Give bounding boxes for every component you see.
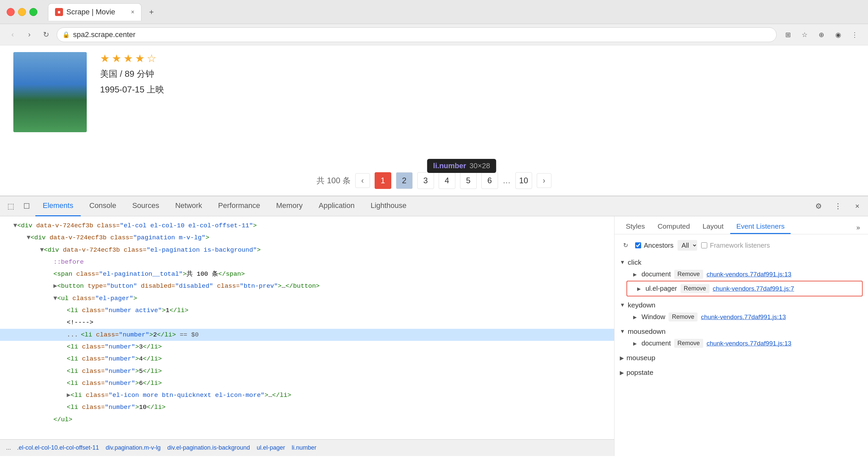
mouseup-event-row[interactable]: ▶ mouseup bbox=[620, 352, 863, 364]
mousedown-expand[interactable]: ▶ bbox=[633, 341, 637, 346]
tab-elements[interactable]: Elements bbox=[35, 196, 81, 216]
tab-sources[interactable]: Sources bbox=[125, 196, 166, 216]
page-10-button[interactable]: 10 bbox=[516, 172, 532, 189]
address-bar: ‹ › ↻ 🔒 spa2.scrape.center ⊞ ☆ ⊕ ◉ ⋮ bbox=[0, 24, 868, 46]
browser-actions: ⊞ ☆ ⊕ ◉ ⋮ bbox=[781, 28, 861, 41]
tab-memory[interactable]: Memory bbox=[269, 196, 310, 216]
breadcrumb-item-2[interactable]: div.pagination.m-v-lg bbox=[102, 443, 164, 453]
mousedown-file[interactable]: chunk-vendors.77daf991.js:13 bbox=[707, 340, 792, 347]
breadcrumb-item-1[interactable]: .el-col.el-col-10.el-col-offset-11 bbox=[14, 443, 102, 453]
remove-mousedown-button[interactable]: Remove bbox=[674, 339, 703, 348]
page-2-button[interactable]: 2 bbox=[396, 172, 413, 189]
page-5-button[interactable]: 5 bbox=[460, 172, 477, 189]
reload-button[interactable]: ↻ bbox=[40, 29, 52, 41]
keydown-file[interactable]: chunk-vendors.77daf991.js:13 bbox=[701, 314, 786, 321]
mouseup-section: ▶ mouseup bbox=[620, 352, 863, 364]
listener-expand[interactable]: ▶ bbox=[633, 272, 637, 277]
keydown-arrow: ▼ bbox=[620, 302, 625, 308]
menu-button[interactable]: ⋮ bbox=[848, 28, 861, 41]
breadcrumb-item-5[interactable]: li.number bbox=[288, 443, 319, 453]
click-event-row[interactable]: ▼ click bbox=[620, 256, 863, 268]
pagination-area: li.number 30×28 共 100 条 ‹ 1 2 3 4 5 6 … … bbox=[0, 166, 868, 196]
tab-layout[interactable]: Layout bbox=[696, 220, 730, 234]
keydown-event-row[interactable]: ▼ keydown bbox=[620, 299, 863, 311]
keydown-expand[interactable]: ▶ bbox=[633, 315, 637, 320]
keydown-window-listener: ▶ Window Remove chunk-vendors.77daf991.j… bbox=[620, 311, 863, 323]
html-line: <!----> bbox=[0, 317, 614, 328]
ancestors-checkbox-label[interactable]: Ancestors bbox=[635, 242, 674, 249]
click-ul-listener: ▶ ul.el-pager Remove chunk-vendors.77daf… bbox=[620, 281, 863, 296]
mousedown-event-name: mousedown bbox=[628, 327, 665, 335]
tab-close-button[interactable]: × bbox=[131, 9, 134, 16]
profile-button[interactable]: ◉ bbox=[831, 28, 845, 41]
translate-button[interactable]: ⊞ bbox=[781, 28, 795, 41]
mousedown-document-listener: ▶ document Remove chunk-vendors.77daf991… bbox=[620, 337, 863, 349]
star-4: ★ bbox=[135, 52, 145, 65]
html-line: ▼<div data-v-724ecf3b class="el-col el-c… bbox=[0, 220, 614, 232]
tab-more-button[interactable]: » bbox=[854, 221, 863, 234]
star-1: ★ bbox=[100, 52, 110, 65]
listener-target-window: Window bbox=[642, 313, 665, 321]
listener-file[interactable]: chunk-vendors.77daf991.js:13 bbox=[707, 271, 792, 278]
remove-listener-button[interactable]: Remove bbox=[674, 270, 703, 279]
remove-keydown-button[interactable]: Remove bbox=[669, 313, 698, 322]
breadcrumb-item-4[interactable]: ul.el-pager bbox=[253, 443, 288, 453]
page-6-button[interactable]: 6 bbox=[482, 172, 498, 189]
listener-file-2[interactable]: chunk-vendors.77daf991.js:7 bbox=[713, 285, 794, 292]
page-1-button[interactable]: 1 bbox=[375, 172, 391, 189]
popstate-event-row[interactable]: ▶ popstate bbox=[620, 366, 863, 379]
framework-checkbox-label[interactable]: Framework listeners bbox=[701, 242, 770, 249]
prev-page-button[interactable]: ‹ bbox=[355, 173, 370, 188]
framework-checkbox[interactable] bbox=[701, 242, 707, 248]
mousedown-arrow: ▼ bbox=[620, 328, 625, 334]
more-button[interactable]: ⋮ bbox=[831, 199, 845, 214]
breadcrumb-item-3[interactable]: div.el-pagination.is-background bbox=[164, 443, 253, 453]
listener-target-document: document bbox=[642, 270, 671, 278]
html-line: ▼<div data-v-724ecf3b class="pagination … bbox=[0, 232, 614, 244]
remove-listener-button-2[interactable]: Remove bbox=[681, 284, 710, 293]
new-tab-button[interactable]: + bbox=[145, 5, 158, 19]
tab-performance[interactable]: Performance bbox=[211, 196, 268, 216]
back-button[interactable]: ‹ bbox=[7, 29, 19, 41]
movie-meta: 美国 / 89 分钟 bbox=[100, 68, 855, 80]
html-line: <li class="number">4</li> bbox=[0, 353, 614, 365]
mouseup-arrow: ▶ bbox=[620, 355, 624, 361]
tab-event-listeners[interactable]: Event Listeners bbox=[730, 220, 790, 234]
device-toggle-button[interactable]: ☐ bbox=[19, 199, 34, 214]
event-listeners-header: ↻ Ancestors All Framework listeners bbox=[620, 240, 863, 251]
tab-application[interactable]: Application bbox=[311, 196, 362, 216]
tab-styles[interactable]: Styles bbox=[620, 220, 651, 234]
lock-icon: 🔒 bbox=[62, 31, 70, 38]
tab-network[interactable]: Network bbox=[168, 196, 210, 216]
ancestors-select[interactable]: All bbox=[678, 240, 697, 251]
settings-button[interactable]: ⚙ bbox=[811, 199, 826, 214]
close-button[interactable] bbox=[7, 8, 15, 16]
ancestors-checkbox[interactable] bbox=[635, 242, 641, 248]
listener-expand-2[interactable]: ▶ bbox=[637, 286, 641, 291]
movie-date: 1995-07-15 上映 bbox=[100, 84, 855, 95]
maximize-button[interactable] bbox=[29, 8, 37, 16]
url-bar[interactable]: 🔒 spa2.scrape.center bbox=[57, 27, 777, 42]
mousedown-event-row[interactable]: ▼ mousedown bbox=[620, 325, 863, 337]
forward-button[interactable]: › bbox=[23, 29, 35, 41]
devtools-tab-actions: ⚙ ⋮ × bbox=[811, 199, 865, 214]
extensions-button[interactable]: ⊕ bbox=[815, 28, 828, 41]
refresh-listeners-button[interactable]: ↻ bbox=[620, 240, 631, 251]
active-tab[interactable]: ■ Scrape | Movie × bbox=[48, 3, 142, 21]
close-devtools-button[interactable]: × bbox=[850, 199, 865, 214]
traffic-lights bbox=[7, 8, 37, 16]
tab-console[interactable]: Console bbox=[82, 196, 124, 216]
page-4-button[interactable]: 4 bbox=[439, 172, 455, 189]
star-rating: ★ ★ ★ ★ ☆ bbox=[100, 52, 855, 65]
movie-poster bbox=[13, 52, 87, 132]
html-line: <li class="number">6</li> bbox=[0, 377, 614, 389]
page-3-button[interactable]: 3 bbox=[417, 172, 434, 189]
bookmark-button[interactable]: ☆ bbox=[798, 28, 811, 41]
next-page-button[interactable]: › bbox=[537, 173, 551, 188]
tab-computed[interactable]: Computed bbox=[651, 220, 696, 234]
html-line: ▶<li class="el-icon more btn-quicknext e… bbox=[0, 389, 614, 401]
inspect-element-button[interactable]: ⬚ bbox=[3, 199, 18, 214]
tab-lighthouse[interactable]: Lighthouse bbox=[363, 196, 414, 216]
mousedown-target: document bbox=[642, 339, 671, 347]
minimize-button[interactable] bbox=[18, 8, 26, 16]
